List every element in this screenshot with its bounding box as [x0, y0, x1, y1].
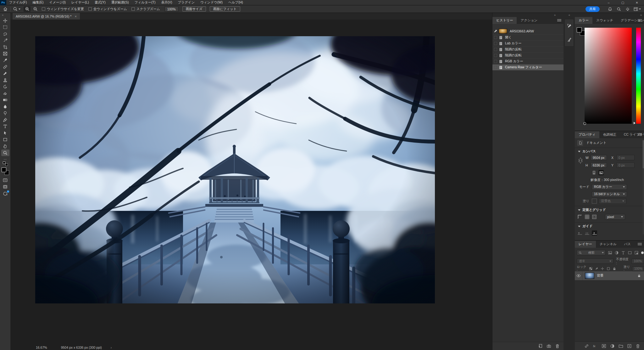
share-feedback-button[interactable]	[1, 190, 9, 197]
panel-menu-icon[interactable]	[638, 243, 642, 246]
quick-mask-mode-button[interactable]	[1, 177, 9, 183]
tab-paths[interactable]: パス	[620, 241, 635, 248]
canvas-width-input[interactable]: 9504 px	[591, 155, 607, 160]
delete-layer-trash-icon[interactable]	[636, 344, 640, 348]
eyedropper-tool[interactable]	[1, 57, 9, 64]
delete-trash-icon[interactable]	[555, 344, 560, 348]
guide-option-icon-3[interactable]	[592, 230, 597, 236]
layer-row-background[interactable]: 背景	[575, 271, 644, 280]
color-mode-dropdown[interactable]: RGB カラー	[592, 184, 627, 190]
properties-scrollbar[interactable]	[643, 140, 644, 234]
home-icon[interactable]	[3, 6, 8, 12]
lock-all-icon[interactable]	[613, 267, 616, 271]
foreground-background-swatches[interactable]	[2, 167, 9, 175]
tab-properties[interactable]: プロパティ	[575, 131, 599, 138]
filter-shape-layers-icon[interactable]	[628, 251, 632, 255]
history-snapshot-row[interactable]: AR503663.ARW	[492, 28, 564, 35]
notifications-bell-icon[interactable]	[607, 6, 613, 12]
bit-depth-dropdown[interactable]: 16 bit/チャンネル	[592, 191, 627, 197]
history-state-lab-color[interactable]: Lab カラー	[492, 41, 564, 47]
new-document-from-state-icon[interactable]	[538, 344, 543, 348]
edit-toolbar-ellipsis[interactable]: …	[4, 157, 7, 160]
ruler-units-dropdown[interactable]: pixel	[605, 214, 625, 220]
layer-thumbnail[interactable]	[585, 273, 594, 279]
new-adjustment-layer-icon[interactable]	[610, 344, 615, 348]
zoom-out-button[interactable]	[32, 6, 39, 12]
zoom-all-windows-checkbox[interactable]	[88, 7, 92, 11]
layer-visibility-toggle[interactable]	[575, 271, 582, 280]
default-swap-colors-icon[interactable]	[3, 161, 8, 166]
filter-smart-objects-icon[interactable]	[634, 251, 639, 255]
tab-swatches[interactable]: スウォッチ	[592, 17, 617, 24]
clone-stamp-tool[interactable]	[1, 77, 9, 83]
tab-adjustments[interactable]: 色調補正	[599, 131, 620, 138]
panel-expand-icon[interactable]: «	[564, 13, 575, 17]
object-selection-tool[interactable]	[1, 37, 9, 44]
hue-slider-arrow[interactable]	[634, 122, 636, 124]
brush-settings-panel-icon[interactable]	[567, 23, 572, 29]
dodge-tool[interactable]	[1, 110, 9, 116]
crop-tool[interactable]	[1, 44, 9, 50]
menu-filter[interactable]: フィルター(T)	[132, 0, 158, 5]
minimize-button[interactable]: –	[602, 0, 616, 5]
tab-channels[interactable]: チャンネル	[596, 241, 620, 248]
panel-collapse-icon[interactable]: »	[575, 13, 644, 17]
new-snapshot-camera-icon[interactable]	[547, 344, 551, 348]
spot-healing-brush-tool[interactable]	[1, 64, 9, 70]
brush-tool[interactable]	[1, 70, 9, 77]
landscape-orientation-button[interactable]	[598, 170, 604, 175]
workspace-switcher-icon[interactable]	[634, 6, 641, 12]
link-layers-icon[interactable]	[584, 344, 589, 348]
maximize-button[interactable]: ▢	[616, 0, 630, 5]
lasso-tool[interactable]	[1, 31, 9, 37]
rulers-toggle-icon[interactable]	[577, 214, 582, 219]
color-saturation-brightness-field[interactable]	[585, 28, 632, 124]
menu-help[interactable]: ヘルプ(H)	[225, 0, 246, 5]
menu-window[interactable]: ウィンドウ(W)	[197, 0, 225, 5]
grid-toggle-icon[interactable]	[585, 214, 590, 219]
menu-view[interactable]: 表示(V)	[158, 0, 175, 5]
history-state-open[interactable]: 開く	[492, 35, 564, 41]
discover-lightbulb-icon[interactable]	[625, 6, 630, 12]
rulers-grids-section-header[interactable]: 定規とグリッド	[575, 208, 644, 212]
history-state-invert-1[interactable]: 階調の反転	[492, 47, 564, 53]
status-popup-chevron-icon[interactable]: ›	[111, 346, 112, 349]
new-layer-icon[interactable]	[627, 344, 632, 348]
close-tab-icon[interactable]: ×	[75, 14, 76, 18]
foreground-background-swatches[interactable]	[577, 27, 585, 36]
canvas-height-input[interactable]: 6336 px	[591, 162, 607, 168]
pen-tool[interactable]	[1, 116, 9, 123]
canvas-fill-swatch[interactable]	[592, 199, 597, 204]
share-button[interactable]: 共有	[586, 6, 600, 12]
fill-screen-button[interactable]: 画面にフィット	[210, 6, 240, 12]
portrait-orientation-button[interactable]	[591, 170, 597, 175]
new-group-folder-icon[interactable]	[619, 344, 623, 348]
tab-color[interactable]: カラー	[575, 17, 592, 24]
filtering-toggle[interactable]	[641, 251, 644, 254]
pixel-grid-toggle-icon[interactable]	[592, 214, 597, 219]
close-button[interactable]: ✕	[630, 0, 644, 5]
panel-menu-icon[interactable]	[638, 133, 642, 136]
gradient-tool[interactable]	[1, 97, 9, 103]
zoom-percent-button[interactable]: 100%	[164, 6, 179, 12]
menu-plugins[interactable]: プラグイン	[175, 0, 198, 5]
menu-type[interactable]: 書式(Y)	[92, 0, 108, 5]
path-selection-tool[interactable]	[1, 130, 9, 136]
guides-section-header[interactable]: ガイド	[575, 224, 644, 229]
menu-image[interactable]: イメージ(I)	[46, 0, 69, 5]
tab-history[interactable]: ヒストリー	[492, 17, 517, 24]
search-icon[interactable]	[616, 6, 622, 12]
zoom-tool-preset[interactable]	[13, 7, 20, 11]
guide-option-icon-1[interactable]	[577, 231, 582, 235]
menu-select[interactable]: 選択範囲(S)	[108, 0, 132, 5]
canvas-pasteboard[interactable]	[11, 20, 492, 345]
history-state-camera-raw-filter[interactable]: Camera Raw フィルター	[492, 65, 564, 71]
status-zoom-level[interactable]: 16.67%	[36, 346, 47, 349]
hand-tool[interactable]	[1, 143, 9, 150]
history-brush-tool[interactable]	[1, 83, 9, 90]
blur-tool[interactable]	[1, 103, 9, 110]
tab-layers[interactable]: レイヤー	[575, 241, 596, 248]
panel-collapse-icon[interactable]: »	[492, 13, 564, 17]
fit-screen-button[interactable]: 画面サイズ	[182, 6, 206, 12]
color-field-cursor[interactable]	[583, 122, 586, 125]
